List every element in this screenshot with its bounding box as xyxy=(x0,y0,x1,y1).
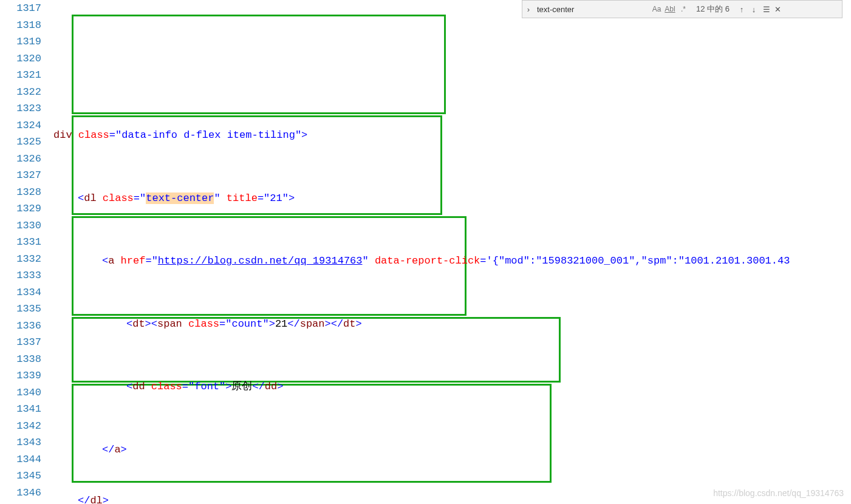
find-input[interactable] xyxy=(535,4,650,15)
line-number: 1320 xyxy=(0,50,41,67)
line-number: 1331 xyxy=(0,234,41,251)
match-case-toggle[interactable]: Aa xyxy=(650,5,663,13)
line-number: 1322 xyxy=(0,84,41,101)
line-number: 1329 xyxy=(0,200,41,217)
find-close-icon[interactable]: ✕ xyxy=(772,5,784,14)
line-number: 1319 xyxy=(0,33,41,50)
line-number: 1332 xyxy=(0,251,41,268)
match-word-toggle[interactable]: Abl xyxy=(663,5,677,13)
highlight-box-5 xyxy=(72,384,552,483)
line-number: 1336 xyxy=(0,318,41,335)
line-number: 1338 xyxy=(0,351,41,368)
find-prev-icon[interactable]: ↑ xyxy=(736,5,748,14)
line-number-gutter: 1317131813191320132113221323132413251326… xyxy=(0,0,53,504)
find-expand-icon[interactable]: › xyxy=(522,5,535,14)
code-editor: 1317131813191320132113221323132413251326… xyxy=(0,0,851,504)
line-number: 1317 xyxy=(0,0,41,17)
line-number: 1328 xyxy=(0,184,41,201)
find-result-count: 12 中的 6 xyxy=(696,4,730,15)
code-line: div class="data-info d-flex item-tiling"… xyxy=(53,127,851,144)
line-number: 1343 xyxy=(0,434,41,451)
line-number: 1339 xyxy=(0,367,41,384)
line-number: 1325 xyxy=(0,134,41,151)
line-number: 1337 xyxy=(0,334,41,351)
line-number: 1318 xyxy=(0,17,41,34)
find-widget: › Aa Abl .* 12 中的 6 ↑ ↓ ☰ ✕ xyxy=(522,0,842,18)
line-number: 1321 xyxy=(0,67,41,84)
line-number: 1334 xyxy=(0,284,41,301)
find-options-icon[interactable]: ☰ xyxy=(760,5,772,14)
line-number: 1323 xyxy=(0,100,41,117)
line-number: 1335 xyxy=(0,301,41,318)
line-number: 1341 xyxy=(0,401,41,418)
line-number: 1345 xyxy=(0,468,41,485)
line-number: 1344 xyxy=(0,451,41,468)
line-number: 1324 xyxy=(0,117,41,134)
line-number: 1330 xyxy=(0,217,41,234)
line-number: 1326 xyxy=(0,151,41,168)
line-number: 1346 xyxy=(0,485,41,502)
code-area[interactable]: div class="data-info d-flex item-tiling"… xyxy=(53,0,851,504)
line-number: 1333 xyxy=(0,267,41,284)
line-number: 1342 xyxy=(0,418,41,435)
watermark-text: https://blog.csdn.net/qq_19314763 xyxy=(713,488,844,498)
regex-toggle[interactable]: .* xyxy=(677,5,690,13)
line-number: 1340 xyxy=(0,384,41,401)
highlight-box-1 xyxy=(72,15,446,114)
line-number: 1327 xyxy=(0,167,41,184)
find-next-icon[interactable]: ↓ xyxy=(748,5,760,14)
